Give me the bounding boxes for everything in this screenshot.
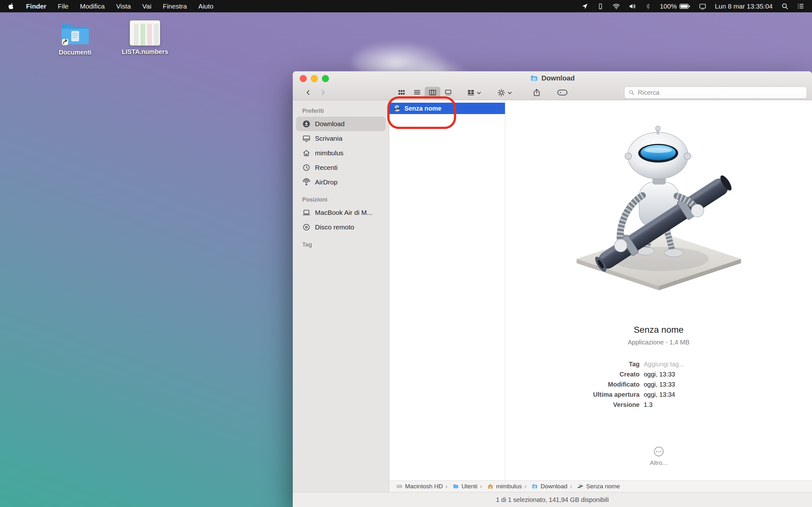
remote-disc-icon <box>302 223 310 231</box>
home-folder-icon <box>487 483 494 490</box>
sidebar-item-scrivania[interactable]: Scrivania <box>296 131 386 146</box>
preview-file-kind: Applicazione - 1,4 MB <box>628 339 690 346</box>
close-button[interactable] <box>300 75 307 82</box>
share-button[interactable] <box>529 87 545 98</box>
apple-menu-icon[interactable] <box>8 3 14 10</box>
path-crumb-download[interactable]: Download <box>523 482 567 491</box>
sidebar-item-label: AirDrop <box>315 178 338 186</box>
sidebar-item-recenti[interactable]: Recenti <box>296 160 386 175</box>
display-icon[interactable] <box>699 3 706 10</box>
more-button-label: Altro... <box>650 459 667 466</box>
column-view-button[interactable] <box>425 87 440 98</box>
path-crumb-macintosh-hd[interactable]: Macintosh HD <box>396 483 443 490</box>
menu-item-modifica[interactable]: Modifica <box>80 3 105 10</box>
group-by-button[interactable] <box>463 87 484 98</box>
minimize-button[interactable] <box>311 75 318 82</box>
desktop-icon-label: LISTA.numbers <box>122 48 168 55</box>
folder-icon <box>453 483 459 490</box>
sidebar-item-mimbulus[interactable]: mimbulus <box>296 146 386 160</box>
bluetooth-icon[interactable] <box>645 3 651 10</box>
sidebar-item-label: mimbulus <box>315 149 344 157</box>
column-view-pane[interactable]: Senza nome <box>389 100 505 481</box>
view-switcher <box>394 87 456 98</box>
sidebar-item-macbook-air[interactable]: MacBook Air di M... <box>296 205 386 220</box>
chevron-down-icon <box>507 92 512 95</box>
path-crumb-utenti[interactable]: Utenti <box>444 482 477 491</box>
add-tag-field[interactable]: Aggiungi tag... <box>644 360 754 368</box>
sidebar-item-disco-remoto[interactable]: Disco remoto <box>296 220 386 234</box>
status-text: 1 di 1 selezionato, 141,94 GB disponibil… <box>496 496 609 504</box>
zoom-button[interactable] <box>322 75 329 82</box>
home-icon <box>302 149 310 157</box>
icon-view-button[interactable] <box>394 87 409 98</box>
field-value-creato: oggi, 13:33 <box>644 371 754 378</box>
desktop-icon-label: Documenti <box>59 49 91 56</box>
file-row-senza-nome[interactable]: Senza nome <box>389 103 505 114</box>
back-button[interactable] <box>302 87 315 98</box>
list-view-button[interactable] <box>409 87 425 98</box>
location-icon[interactable] <box>581 3 589 10</box>
preview-metadata: Tag Aggiungi tag... Creato oggi, 13:33 M… <box>564 360 754 408</box>
automator-app-icon <box>393 104 401 112</box>
field-label-tag: Tag <box>564 360 640 368</box>
menu-item-vista[interactable]: Vista <box>116 3 131 10</box>
path-crumb-mimbulus[interactable]: mimbulus <box>478 482 522 491</box>
desktop-icon-documenti[interactable]: Documenti <box>50 21 101 56</box>
download-folder-icon <box>530 74 538 82</box>
path-crumb-senza-nome[interactable]: Senza nome <box>569 482 620 491</box>
sidebar-item-airdrop[interactable]: AirDrop <box>296 175 386 189</box>
search-input[interactable] <box>637 89 803 97</box>
sidebar-section-preferiti: Preferiti <box>293 108 389 115</box>
menu-item-vai[interactable]: Vai <box>142 3 152 10</box>
desktop-icon-lista-numbers[interactable]: LISTA.numbers <box>119 20 170 55</box>
tag-button[interactable] <box>554 87 571 98</box>
menubar-clock[interactable]: Lun 8 mar 13:35:04 <box>715 3 773 10</box>
field-label-ultima-apertura: Ultima apertura <box>564 391 640 398</box>
path-bar: Macintosh HD Utenti mimbulus Download Se… <box>389 481 812 492</box>
field-value-versione: 1.3 <box>644 401 754 408</box>
sidebar-item-download[interactable]: Download <box>296 117 386 131</box>
desktop-icon-glyph <box>302 134 310 143</box>
path-crumb-label: Senza nome <box>586 483 620 490</box>
battery-percent: 100% <box>660 3 677 10</box>
search-field[interactable] <box>624 87 807 99</box>
menu-item-finder[interactable]: Finder <box>26 3 46 10</box>
titlebar[interactable]: Download <box>293 71 812 85</box>
forward-button[interactable] <box>316 87 329 98</box>
field-label-versione: Versione <box>564 401 640 408</box>
action-gear-button[interactable] <box>493 87 515 98</box>
automator-app-icon <box>577 483 583 490</box>
sidebar-item-label: Scrivania <box>315 135 342 142</box>
battery-menu[interactable]: 100% <box>660 3 690 10</box>
path-crumb-label: Macintosh HD <box>405 483 443 490</box>
volume-icon[interactable] <box>629 3 636 10</box>
menu-item-finestra[interactable]: Finestra <box>163 3 187 10</box>
preview-file-name: Senza nome <box>634 325 683 335</box>
menu-item-file[interactable]: File <box>58 3 68 10</box>
path-crumb-label: Utenti <box>461 483 477 490</box>
sidebar-section-posizioni: Posizioni <box>293 196 389 204</box>
spotlight-icon[interactable] <box>781 3 789 10</box>
chevron-down-icon <box>477 92 481 95</box>
finder-window: Download <box>293 71 812 507</box>
sidebar-item-label: MacBook Air di M... <box>315 209 372 216</box>
sidebar-item-label: Download <box>315 120 345 128</box>
more-button[interactable]: Altro... <box>650 446 667 466</box>
wifi-icon[interactable] <box>612 3 620 10</box>
menu-bar: Finder File Modifica Vista Vai Finestra … <box>0 0 812 12</box>
ellipsis-circle-icon <box>653 446 664 457</box>
numbers-document-icon <box>130 20 160 46</box>
field-value-ultima-apertura: oggi, 13:34 <box>644 391 754 398</box>
search-icon <box>628 89 635 96</box>
sidebar-item-label: Disco remoto <box>315 223 354 231</box>
gallery-view-button[interactable] <box>440 87 456 98</box>
automator-robot-graphic <box>567 118 751 311</box>
path-crumb-label: mimbulus <box>496 483 522 490</box>
device-icon[interactable] <box>597 3 604 10</box>
downloads-icon <box>302 120 310 128</box>
menu-list-icon[interactable] <box>797 3 804 10</box>
menu-item-aiuto[interactable]: Aiuto <box>198 3 213 10</box>
field-label-creato: Creato <box>564 371 640 378</box>
recents-clock-icon <box>302 164 310 172</box>
file-row-label: Senza nome <box>404 105 442 112</box>
